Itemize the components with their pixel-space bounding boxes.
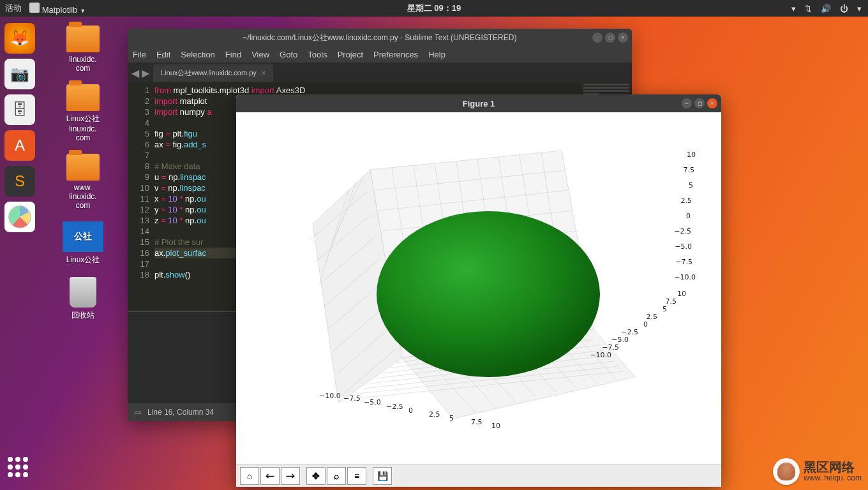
y-tick: 7.5: [666, 297, 677, 306]
tab-close-icon[interactable]: ×: [262, 69, 266, 77]
desktop-shortcut[interactable]: 公社Linux公社: [51, 221, 115, 265]
y-tick: 5: [662, 305, 667, 313]
show-applications-button[interactable]: [8, 457, 32, 481]
firefox-icon[interactable]: 🦊: [4, 23, 35, 54]
matplotlib-toolbar: ⌂ 🡐 🡒 ✥ ⌕ ≡ 💾: [236, 464, 721, 487]
menu-preferences[interactable]: Preferences: [373, 50, 418, 59]
input-source-icon[interactable]: ▾: [791, 4, 796, 13]
maximize-button[interactable]: ◻: [605, 33, 615, 43]
desktop-folder[interactable]: linuxidc. com: [51, 26, 115, 73]
y-tick: 10: [677, 290, 686, 298]
dock: 🦊 📷 🗄 A S: [0, 17, 40, 490]
system-menu-chevron-icon[interactable]: ▾: [857, 4, 862, 13]
x-tick: 0: [408, 406, 413, 415]
x-tick: −5.0: [364, 398, 381, 406]
z-tick: 5: [689, 181, 693, 189]
z-tick: −5.0: [675, 242, 692, 251]
close-button[interactable]: ✕: [707, 98, 717, 108]
panel-switcher-icon[interactable]: ▭: [134, 408, 141, 417]
pan-button[interactable]: ✥: [306, 467, 326, 485]
matplotlib-window: Figure 1 – ◻ ✕: [236, 94, 721, 487]
x-tick: 7.5: [471, 418, 483, 426]
menu-view[interactable]: View: [251, 50, 269, 59]
software-center-icon[interactable]: A: [4, 130, 35, 161]
menu-tools[interactable]: Tools: [308, 50, 327, 59]
sublime-titlebar[interactable]: ~/linuxidc.com/Linux公社www.linuxidc.com.p…: [128, 29, 632, 47]
save-button[interactable]: 💾: [373, 467, 392, 485]
back-button[interactable]: 🡐: [260, 467, 280, 485]
desktop-folder[interactable]: www. linuxidc. com: [51, 154, 115, 210]
window-title: ~/linuxidc.com/Linux公社www.linuxidc.com.p…: [243, 33, 517, 43]
home-button[interactable]: ⌂: [240, 467, 259, 485]
menu-find[interactable]: Find: [225, 50, 241, 59]
menu-selection[interactable]: Selection: [181, 50, 214, 59]
x-tick: −7.5: [343, 394, 361, 403]
file-tab[interactable]: Linux公社www.linuxidc.com.py ×: [153, 64, 273, 82]
tab-label: Linux公社www.linuxidc.com.py: [161, 68, 257, 78]
network-icon[interactable]: ⇅: [805, 4, 812, 13]
figure-titlebar[interactable]: Figure 1 – ◻ ✕: [236, 94, 721, 112]
sphere-surface: [377, 211, 600, 377]
files-icon[interactable]: 🗄: [4, 94, 35, 125]
close-button[interactable]: ✕: [618, 33, 628, 43]
y-tick: 2.5: [647, 313, 658, 321]
matplotlib-app-icon[interactable]: [4, 202, 35, 232]
figure-canvas[interactable]: 10 7.5 5 2.5 0 −2.5 −5.0 −7.5 −10.0 10 7…: [236, 112, 721, 464]
desktop-icons: linuxidc. com Linux公社 linuxidc. com www.…: [51, 26, 128, 332]
watermark-url: www. heiqu. com: [804, 473, 862, 482]
forward-button[interactable]: 🡒: [281, 467, 300, 485]
clock[interactable]: 星期二 09：19: [407, 3, 461, 14]
desktop-folder[interactable]: Linux公社 linuxidc. com: [51, 84, 115, 142]
x-tick: 5: [449, 414, 454, 422]
y-tick: −10.0: [590, 351, 611, 359]
sublime-icon[interactable]: S: [4, 166, 35, 197]
y-tick: 0: [643, 320, 648, 329]
configure-button[interactable]: ≡: [347, 467, 366, 485]
power-icon[interactable]: ⏻: [840, 4, 848, 13]
menu-file[interactable]: File: [133, 50, 146, 59]
gnome-topbar: 活动 Matplotlib▼ 星期二 09：19 ▾ ⇅ 🔊 ⏻ ▾: [0, 0, 868, 17]
z-tick: 2.5: [681, 197, 692, 205]
activities-button[interactable]: 活动: [5, 3, 22, 14]
volume-icon[interactable]: 🔊: [821, 4, 831, 13]
z-tick: −2.5: [674, 227, 691, 235]
z-tick: 0: [686, 212, 691, 220]
x-tick: −2.5: [386, 403, 403, 411]
minimize-button[interactable]: –: [592, 33, 602, 43]
axes3d: 10 7.5 5 2.5 0 −2.5 −5.0 −7.5 −10.0 10 7…: [294, 138, 651, 444]
x-tick: 2.5: [429, 410, 440, 419]
z-tick: 7.5: [684, 166, 695, 174]
gutter: 123456789101112131415161718: [128, 82, 154, 312]
z-tick: −10.0: [674, 273, 696, 281]
menu-project[interactable]: Project: [338, 50, 363, 59]
camera-app-icon[interactable]: 📷: [4, 59, 35, 89]
menu-goto[interactable]: Goto: [280, 50, 297, 59]
z-tick: −7.5: [675, 258, 692, 266]
tab-history-buttons[interactable]: ◀ ▶: [128, 67, 153, 79]
minimize-button[interactable]: –: [682, 98, 692, 108]
maximize-button[interactable]: ◻: [694, 98, 705, 108]
menu-help[interactable]: Help: [428, 50, 445, 59]
z-tick: 10: [687, 151, 696, 159]
watermark: 黑区网络 www. heiqu. com: [773, 458, 862, 485]
cursor-position[interactable]: Line 16, Column 34: [147, 408, 214, 417]
matplotlib-icon: [29, 3, 40, 13]
watermark-icon: [773, 458, 800, 485]
trash-icon[interactable]: 回收站: [51, 277, 115, 321]
x-tick: 10: [491, 422, 500, 430]
menu-edit[interactable]: Edit: [156, 50, 170, 59]
app-menu[interactable]: Matplotlib▼: [29, 3, 86, 15]
figure-title: Figure 1: [463, 99, 495, 108]
tab-bar: ◀ ▶ Linux公社www.linuxidc.com.py ×: [128, 63, 632, 82]
watermark-text: 黑区网络: [804, 461, 862, 473]
x-tick: −10.0: [319, 392, 341, 400]
zoom-button[interactable]: ⌕: [327, 467, 346, 485]
sublime-menu: File Edit Selection Find View Goto Tools…: [128, 47, 632, 63]
